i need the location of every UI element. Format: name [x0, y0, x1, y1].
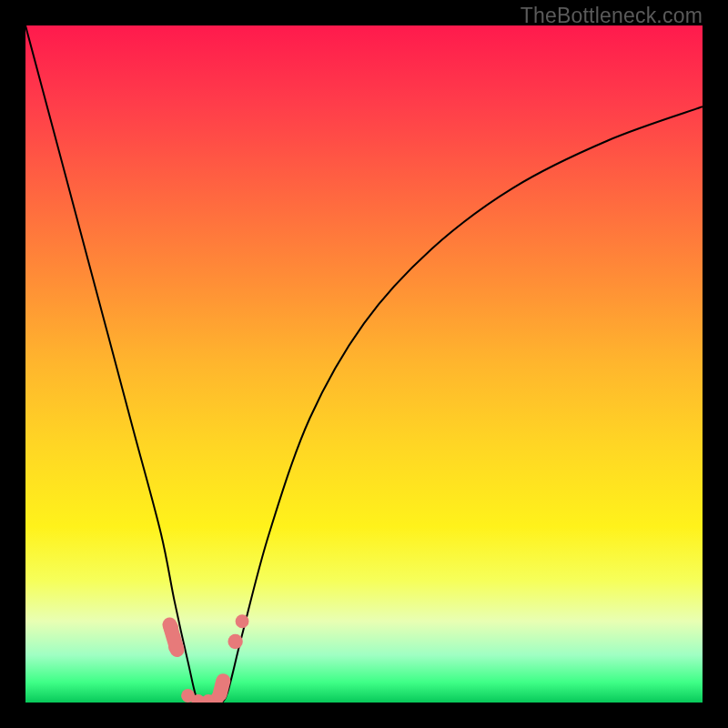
- chart-frame: TheBottleneck.com: [0, 0, 728, 728]
- curve-marker: [169, 624, 177, 650]
- curve-layer: [25, 25, 703, 703]
- curve-marker: [236, 614, 249, 628]
- watermark-text: TheBottleneck.com: [521, 4, 703, 28]
- curve-marker: [228, 634, 242, 649]
- curve-marker: [220, 681, 224, 694]
- plot-area: [25, 25, 703, 703]
- bottleneck-curve: [25, 25, 703, 703]
